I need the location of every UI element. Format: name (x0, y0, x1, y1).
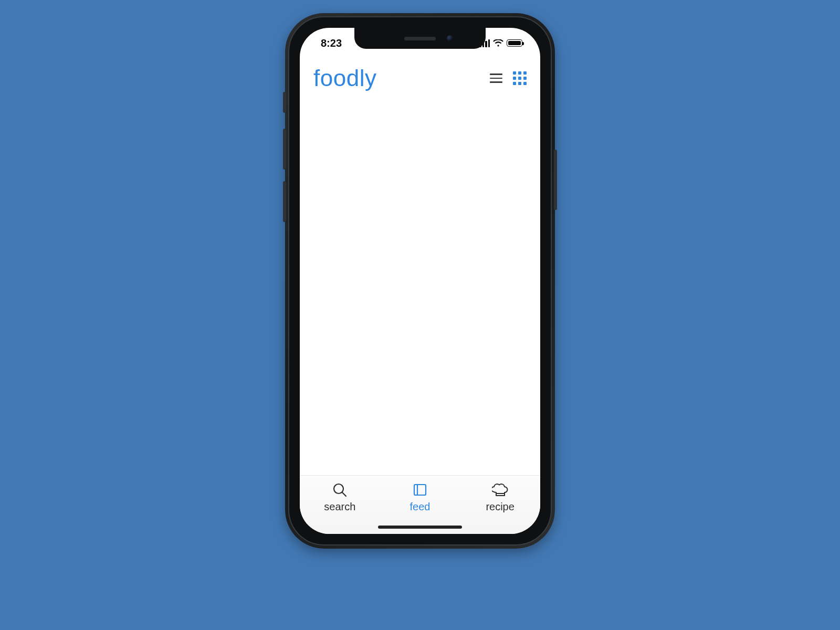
device-notch (354, 28, 486, 49)
tab-search[interactable]: search (308, 482, 371, 513)
home-indicator[interactable] (378, 526, 462, 529)
earpiece-speaker (404, 37, 436, 40)
list-lines-icon (490, 74, 502, 75)
tab-label: search (324, 501, 355, 513)
app-brand: foodly (313, 65, 376, 91)
tab-feed[interactable]: feed (388, 482, 452, 513)
svg-line-1 (342, 492, 346, 496)
grid-dots-icon (513, 71, 516, 75)
tab-label: recipe (486, 501, 514, 513)
volume-up-button (283, 129, 286, 170)
list-view-button[interactable] (490, 74, 502, 83)
wifi-icon (493, 39, 503, 47)
power-button (554, 150, 557, 210)
svg-rect-2 (414, 485, 426, 495)
phone-bezel: 8:23 foodly (288, 16, 552, 545)
status-indicators (479, 39, 524, 47)
search-icon (332, 482, 348, 498)
phone-device-frame: 8:23 foodly (285, 13, 555, 549)
app-header: foodly (300, 59, 540, 97)
volume-down-button (283, 181, 286, 222)
front-camera (447, 35, 453, 41)
chef-hat-icon (492, 482, 509, 498)
feed-content-area[interactable] (300, 97, 540, 476)
status-time: 8:23 (316, 37, 342, 49)
feed-icon (412, 482, 428, 498)
mute-switch (283, 92, 286, 113)
header-actions (490, 71, 527, 85)
tab-recipe[interactable]: recipe (469, 482, 532, 513)
battery-icon (507, 39, 522, 47)
grid-view-button[interactable] (513, 71, 527, 85)
phone-screen: 8:23 foodly (300, 28, 540, 534)
tab-label: feed (410, 501, 430, 513)
